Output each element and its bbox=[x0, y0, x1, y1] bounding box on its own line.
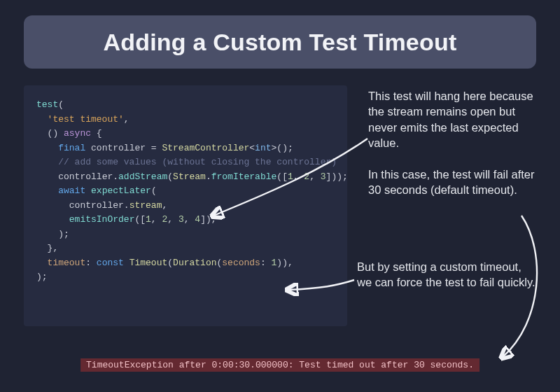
annotation-custom-timeout: But by setting a custom timeout, we can … bbox=[357, 259, 538, 290]
annotation-default-timeout: In this case, the test will fail after 3… bbox=[368, 167, 538, 198]
slide-title: Adding a Custom Test Timeout bbox=[104, 29, 457, 56]
code-token: test bbox=[36, 99, 58, 110]
code-block: test( 'test timeout', () async { final c… bbox=[24, 85, 347, 326]
title-bar: Adding a Custom Test Timeout bbox=[24, 15, 536, 69]
error-output: TimeoutException after 0:00:30.000000: T… bbox=[80, 358, 479, 372]
annotation-hang: This test will hang here because the str… bbox=[368, 88, 538, 150]
